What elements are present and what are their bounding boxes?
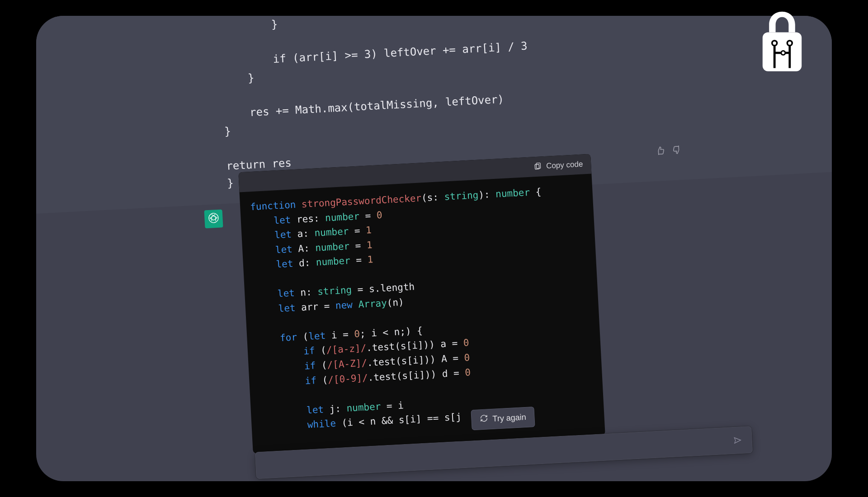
try-again-button[interactable]: Try again <box>471 407 535 430</box>
thumbs-up-icon[interactable] <box>655 145 665 158</box>
try-again-label: Try again <box>492 413 526 424</box>
feedback-thumbs <box>655 145 682 158</box>
assistant-avatar-icon <box>207 211 221 226</box>
svg-point-10 <box>773 42 776 45</box>
refresh-icon <box>480 414 488 425</box>
svg-rect-6 <box>788 45 791 68</box>
thumbs-down-icon[interactable] <box>671 145 682 157</box>
svg-point-11 <box>788 42 791 45</box>
app-window: overLen -= need } if (arr[i] >= 3) leftO… <box>36 16 832 481</box>
chat-scene: overLen -= need } if (arr[i] >= 3) leftO… <box>55 16 832 481</box>
send-icon[interactable] <box>732 435 743 447</box>
assistant-code-block: Copy code function strongPasswordChecker… <box>238 154 605 454</box>
svg-rect-5 <box>774 45 776 68</box>
clipboard-icon <box>533 161 542 172</box>
assistant-code-content: function strongPasswordChecker(s: string… <box>240 174 605 454</box>
svg-point-12 <box>782 52 784 54</box>
copy-code-label: Copy code <box>546 160 583 171</box>
svg-rect-0 <box>536 163 541 168</box>
assistant-avatar <box>204 209 223 228</box>
lock-circuit-icon <box>755 8 809 76</box>
